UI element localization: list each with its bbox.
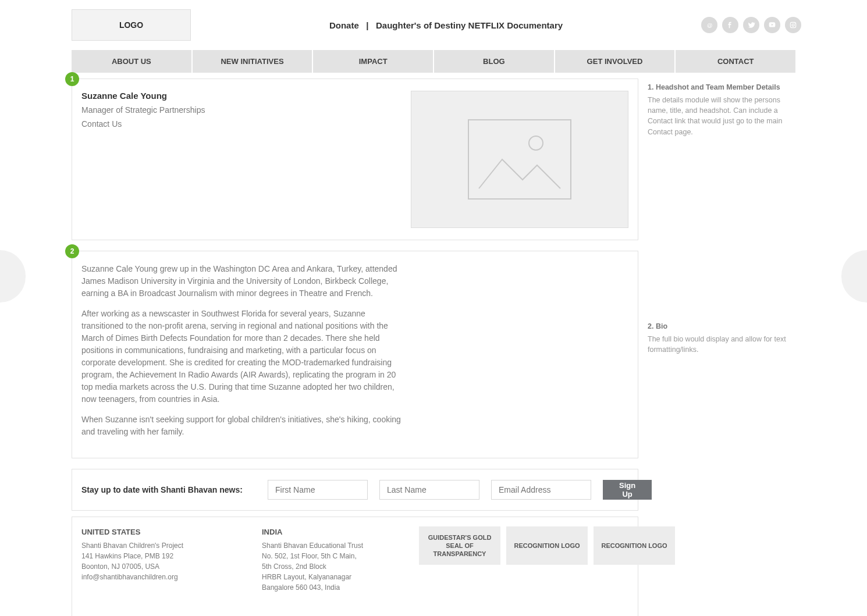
svg-rect-4 xyxy=(468,120,571,199)
bio-module: 2 Suzanne Cale Young grew up in the Wash… xyxy=(72,251,638,458)
bio-para-1: Suzanne Cale Young grew up in the Washin… xyxy=(81,263,408,300)
recognition-row: GUIDESTAR'S GOLD SEAL OF TRANSPARENCY RE… xyxy=(419,526,675,616)
us-country: UNITED STATES xyxy=(81,526,227,538)
documentary-link[interactable]: Daughter's of Destiny NETFLIX Documentar… xyxy=(376,20,563,30)
us-l1: Shanti Bhavan Children's Project xyxy=(81,540,227,551)
next-arc[interactable] xyxy=(841,250,867,302)
svg-point-5 xyxy=(529,136,543,150)
top-links: Donate | Daughter's of Destiny NETFLIX D… xyxy=(191,20,701,30)
first-name-input[interactable] xyxy=(268,480,368,500)
instagram-icon[interactable] xyxy=(785,17,801,33)
in-l3: 5th Cross, 2nd Block xyxy=(262,561,407,572)
recognition-guidestar: GUIDESTAR'S GOLD SEAL OF TRANSPARENCY xyxy=(419,526,500,565)
signup-button[interactable]: Sign Up xyxy=(603,480,652,500)
social-row: @ xyxy=(701,17,801,33)
prev-arc[interactable] xyxy=(0,250,26,302)
nav-contact[interactable]: CONTACT xyxy=(676,50,795,73)
in-l1: Shanti Bhavan Educational Trust xyxy=(262,540,407,551)
svg-text:@: @ xyxy=(707,23,712,29)
nav-get-involved[interactable]: GET INVOLVED xyxy=(555,50,675,73)
svg-point-2 xyxy=(792,24,794,26)
nav-blog[interactable]: BLOG xyxy=(434,50,554,73)
address-india: INDIA Shanti Bhavan Educational Trust No… xyxy=(262,526,407,593)
headshot-placeholder xyxy=(411,91,628,228)
footer: UNITED STATES Shanti Bhavan Children's P… xyxy=(72,517,638,616)
facebook-icon[interactable] xyxy=(722,17,738,33)
annotation-badge-1: 1 xyxy=(65,72,79,86)
us-l4[interactable]: info@shantibhavanchildren.org xyxy=(81,572,227,582)
nav-impact[interactable]: IMPACT xyxy=(313,50,433,73)
email-input[interactable] xyxy=(491,480,591,500)
signup-label: Stay up to date with Shanti Bhavan news: xyxy=(81,485,256,494)
person-name: Suzanne Cale Young xyxy=(81,91,399,101)
logo[interactable]: LOGO xyxy=(72,9,191,41)
main-nav: ABOUT US NEW INITIATIVES IMPACT BLOG GET… xyxy=(72,50,795,73)
bio-para-3: When Suzanne isn't seeking support for g… xyxy=(81,414,408,438)
youtube-icon[interactable] xyxy=(764,17,780,33)
sep: | xyxy=(361,20,374,30)
annotation-badge-2: 2 xyxy=(65,244,79,258)
nav-new-initiatives[interactable]: NEW INITIATIVES xyxy=(193,50,312,73)
anno-1-title: 1. Headshot and Team Member Details xyxy=(648,82,790,92)
person-contact-link[interactable]: Contact Us xyxy=(81,119,399,129)
last-name-input[interactable] xyxy=(379,480,479,500)
nav-about-us[interactable]: ABOUT US xyxy=(72,50,191,73)
bio-para-2: After working as a newscaster in Southwe… xyxy=(81,308,408,405)
in-l4: HRBR Layout, Kalyananagar xyxy=(262,572,407,582)
anno-2-title: 2. Bio xyxy=(648,321,790,332)
headshot-details-module: 1 Suzanne Cale Young Manager of Strategi… xyxy=(72,79,638,240)
donate-link[interactable]: Donate xyxy=(329,20,359,30)
twitter-icon[interactable] xyxy=(743,17,759,33)
in-l5: Bangalore 560 043, India xyxy=(262,582,407,593)
svg-point-3 xyxy=(794,23,795,23)
header: LOGO Donate | Daughter's of Destiny NETF… xyxy=(55,9,812,50)
anno-1-body: The details module will show the persons… xyxy=(648,95,790,137)
annotations-column: 1. Headshot and Team Member Details The … xyxy=(648,79,790,616)
address-us: UNITED STATES Shanti Bhavan Children's P… xyxy=(81,526,227,593)
recognition-logo-1: RECOGNITION LOGO xyxy=(506,526,588,565)
us-l3: Boonton, NJ 07005, USA xyxy=(81,561,227,572)
in-l2: No. 502, 1st Floor, 5th C Main, xyxy=(262,551,407,561)
newsletter-signup: Stay up to date with Shanti Bhavan news:… xyxy=(72,469,638,511)
in-country: INDIA xyxy=(262,526,407,538)
person-role: Manager of Strategic Partnerships xyxy=(81,105,399,115)
us-l2: 141 Hawkins Place, PMB 192 xyxy=(81,551,227,561)
anno-2-body: The full bio would display and allow for… xyxy=(648,334,790,355)
at-icon[interactable]: @ xyxy=(701,17,717,33)
